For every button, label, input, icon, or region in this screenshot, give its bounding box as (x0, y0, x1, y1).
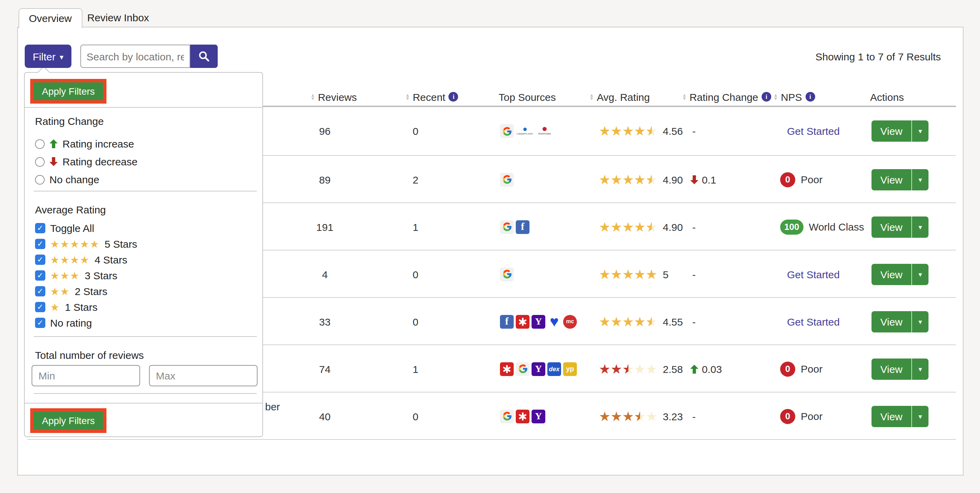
nps-label: Poor (801, 410, 822, 422)
view-split-button[interactable]: View ▾ (872, 311, 929, 332)
recent-count: 0 (395, 268, 436, 280)
google-g (502, 174, 512, 185)
info-icon[interactable]: i (449, 92, 458, 101)
star-icons: ★★★★★ (50, 239, 100, 249)
radio-icon[interactable] (35, 157, 45, 166)
average-rating-option[interactable]: ✓No rating (35, 317, 92, 329)
search-input[interactable] (80, 44, 190, 68)
average-rating-option[interactable]: ✓★1 Stars (35, 301, 97, 313)
average-rating-option[interactable]: ✓★★★3 Stars (35, 269, 118, 281)
arrow-up-icon (49, 139, 58, 148)
view-button-label[interactable]: View (872, 120, 911, 142)
recent-count: 0 (395, 125, 436, 137)
reviews-count: 4 (304, 268, 345, 280)
avg-rating-cell: ★★★★★ ★★★★★ 4.56 (599, 125, 683, 138)
average-rating-option[interactable]: ✓★★★★4 Stars (35, 254, 127, 266)
checkbox-checked-icon[interactable]: ✓ (35, 270, 45, 281)
tab-overview[interactable]: Overview (19, 8, 82, 28)
star-icons: ★★★★ (50, 255, 90, 265)
column-header-reviews[interactable]: ▲▼Reviews (310, 87, 357, 106)
view-split-button[interactable]: View ▾ (872, 263, 929, 285)
view-split-button[interactable]: View ▾ (872, 406, 929, 427)
option-label: 1 Stars (65, 301, 97, 313)
nps-score-badge: 100 (780, 219, 803, 234)
search-button[interactable] (190, 44, 218, 68)
sort-icon[interactable]: ▲▼ (682, 94, 687, 100)
source-icon-yelp (516, 409, 530, 423)
column-header-recent[interactable]: ▲▼Recenti (405, 87, 458, 106)
total-reviews-range (32, 365, 258, 386)
star-rating: ★★★★★ ★★★★★ (599, 268, 657, 281)
average-rating-option[interactable]: ✓Toggle All (35, 222, 94, 234)
star-icons: ★★★ (50, 270, 80, 281)
column-header-rating-change[interactable]: ▲▼Rating Changei (682, 87, 771, 106)
avg-rating-cell: ★★★★★ ★★★★★ 5 (599, 268, 668, 281)
view-split-button[interactable]: View ▾ (872, 216, 929, 238)
view-button-label[interactable]: View (872, 216, 911, 238)
top-sources-cell: Ydexyp (500, 362, 577, 376)
yelp-burst (518, 411, 527, 421)
rating-change-option[interactable]: Rating increase (35, 138, 134, 150)
checkbox-checked-icon[interactable]: ✓ (35, 286, 45, 296)
view-button-label[interactable]: View (872, 311, 911, 332)
nps-get-started-link[interactable]: Get Started (787, 125, 840, 137)
chevron-down-icon[interactable]: ▾ (912, 169, 929, 190)
column-header-avg-rating[interactable]: ▲▼Avg. Rating (589, 87, 650, 106)
checkbox-checked-icon[interactable]: ✓ (35, 223, 45, 233)
rating-value: 2.58 (663, 363, 682, 375)
checkbox-checked-icon[interactable]: ✓ (35, 302, 45, 312)
info-icon[interactable]: i (762, 92, 771, 101)
chevron-down-icon[interactable]: ▾ (912, 120, 929, 142)
view-split-button[interactable]: View ▾ (872, 120, 929, 142)
nps-get-started-link[interactable]: Get Started (787, 268, 840, 280)
rating-change-option[interactable]: No change (35, 174, 99, 185)
panel-divider (33, 336, 257, 337)
sort-icon[interactable]: ▲▼ (589, 94, 594, 100)
info-icon[interactable]: i (805, 92, 815, 101)
google-g (502, 411, 512, 421)
radio-icon[interactable] (35, 174, 45, 184)
star-rating: ★★★★★ ★★★★★ (599, 362, 657, 375)
checkbox-checked-icon[interactable]: ✓ (35, 318, 45, 328)
tab-review-inbox[interactable]: Review Inbox (78, 8, 159, 28)
chevron-down-icon[interactable]: ▾ (912, 216, 929, 238)
chevron-down-icon: ▾ (60, 52, 64, 62)
avg-rating-cell: ★★★★★ ★★★★★ 4.90 (599, 173, 683, 186)
view-button-label[interactable]: View (872, 358, 911, 379)
nps-get-started-link[interactable]: Get Started (787, 315, 840, 327)
min-reviews-input[interactable] (32, 365, 140, 386)
view-button-label[interactable]: View (872, 169, 911, 190)
checkbox-checked-icon[interactable]: ✓ (35, 239, 45, 249)
google-g (502, 222, 512, 232)
top-sources-cell (500, 173, 514, 186)
chevron-down-icon[interactable]: ▾ (912, 358, 929, 379)
chevron-down-icon[interactable]: ▾ (912, 311, 929, 332)
view-split-button[interactable]: View ▾ (872, 169, 929, 190)
max-reviews-input[interactable] (149, 365, 258, 386)
source-icon-yellowpages: yp (563, 362, 577, 376)
view-button-label[interactable]: View (872, 263, 911, 285)
rating-change-option[interactable]: Rating decrease (35, 156, 137, 167)
checkbox-checked-icon[interactable]: ✓ (35, 255, 45, 265)
sort-icon[interactable]: ▲▼ (405, 94, 410, 100)
filter-button[interactable]: Filter ▾ (25, 44, 72, 68)
apply-filters-button-top[interactable]: Apply Filters (33, 82, 103, 100)
view-button-label[interactable]: View (872, 406, 911, 427)
sort-icon[interactable]: ▲▼ (773, 94, 778, 100)
source-icon-dexknows: dex (547, 362, 561, 376)
sort-icon[interactable]: ▲▼ (310, 94, 315, 100)
star-icons: ★★ (50, 286, 70, 296)
radio-icon[interactable] (35, 139, 45, 149)
nps-cell: Get Started (787, 315, 840, 327)
search-icon (199, 51, 210, 62)
average-rating-option[interactable]: ✓★★2 Stars (35, 285, 108, 297)
chevron-down-icon[interactable]: ▾ (912, 263, 929, 285)
average-rating-option[interactable]: ✓★★★★★5 Stars (35, 238, 137, 250)
option-label: 3 Stars (85, 269, 118, 281)
google-g (502, 126, 512, 136)
column-label: Recent (413, 91, 445, 103)
chevron-down-icon[interactable]: ▾ (912, 406, 929, 427)
apply-filters-button-bottom[interactable]: Apply Filters (33, 412, 103, 430)
column-header-nps[interactable]: ▲▼NPSi (773, 87, 815, 106)
view-split-button[interactable]: View ▾ (872, 358, 929, 379)
